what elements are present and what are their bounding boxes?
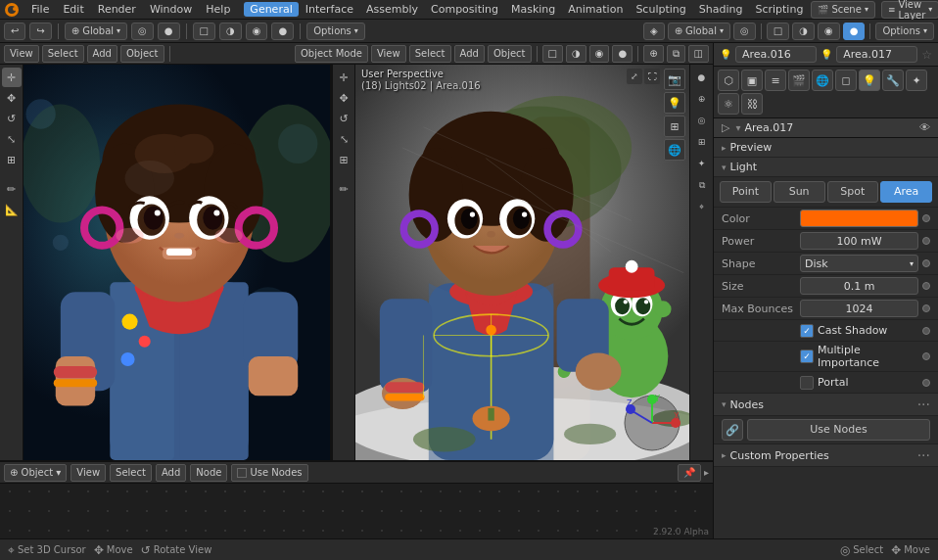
vp-icon-world[interactable]: 🌐 xyxy=(664,139,685,161)
proportional-btn[interactable]: ● xyxy=(158,23,180,40)
area-name-dropdown[interactable]: ▾ Area.017 xyxy=(735,121,914,134)
viewport-shading-render[interactable]: ● xyxy=(271,23,294,40)
redo-btn[interactable]: ↪ xyxy=(29,23,51,40)
menu-edit[interactable]: Edit xyxy=(57,2,89,17)
render-btn-r[interactable]: ● xyxy=(612,45,633,63)
tab-interface[interactable]: Interface xyxy=(300,2,359,17)
vp-icon-cam[interactable]: 📷 xyxy=(664,69,685,90)
ris-5[interactable]: ✦ xyxy=(692,154,712,173)
snap-btn[interactable]: ◎ xyxy=(131,23,154,40)
shading-render-r[interactable]: ● xyxy=(843,23,866,40)
tool-transform[interactable]: ⊞ xyxy=(2,150,22,169)
menu-render[interactable]: Render xyxy=(92,2,142,17)
mid-tool-3[interactable]: ↺ xyxy=(334,109,353,128)
prop-physics-icon[interactable]: ⚛ xyxy=(718,93,739,115)
use-nodes-btn[interactable]: Use Nodes xyxy=(747,419,930,441)
vp-resize-btn[interactable]: ⤢ xyxy=(627,69,642,84)
scene-selector[interactable]: 🎬 Scene ▾ xyxy=(811,1,875,19)
shape-dot[interactable] xyxy=(922,259,930,267)
prop-particles-icon[interactable]: ✦ xyxy=(906,70,927,91)
tool-rotate[interactable]: ↺ xyxy=(2,109,22,128)
power-dot[interactable] xyxy=(922,237,930,245)
view-btn-r[interactable]: View xyxy=(371,45,406,63)
tab-masking[interactable]: Masking xyxy=(505,2,561,17)
tool-move[interactable]: ✥ xyxy=(2,88,22,108)
pivot-btn[interactable]: ◈ xyxy=(643,23,665,40)
tab-animation[interactable]: Animation xyxy=(562,2,629,17)
menu-help[interactable]: Help xyxy=(200,2,236,17)
view-btn[interactable]: View xyxy=(4,45,39,63)
menu-window[interactable]: Window xyxy=(144,2,198,17)
max-bounces-field[interactable]: 1024 xyxy=(800,300,918,317)
shading-solid-r[interactable]: ◑ xyxy=(792,23,815,40)
shape-dropdown[interactable]: Disk ▾ xyxy=(800,255,918,272)
tab-sculpting[interactable]: Sculpting xyxy=(630,2,691,17)
ris-2[interactable]: ⊕ xyxy=(692,89,712,109)
add-btn-b[interactable]: Add xyxy=(156,464,186,482)
vp-icon-grid[interactable]: ⊞ xyxy=(664,116,685,137)
size-field[interactable]: 0.1 m xyxy=(800,277,918,295)
vp-fullscreen-btn[interactable]: ⛶ xyxy=(644,69,660,84)
cast-shadow-checkbox[interactable]: ✓ xyxy=(800,324,814,338)
add-btn[interactable]: Add xyxy=(87,45,117,63)
prop-output-icon[interactable]: ▣ xyxy=(741,70,763,91)
nodes-dots[interactable]: ··· xyxy=(917,397,930,412)
tab-assembly[interactable]: Assembly xyxy=(360,2,424,17)
portal-dot[interactable] xyxy=(922,379,930,387)
node-btn-b[interactable]: Node xyxy=(190,464,227,482)
viewport-vis-icon[interactable]: 👁 xyxy=(919,121,930,134)
object-btn[interactable]: Object xyxy=(120,45,164,63)
editor-type-btn[interactable]: ⊕ Object ▾ xyxy=(4,464,67,482)
viewport-left[interactable] xyxy=(23,65,332,460)
prop-scene-icon[interactable]: 🎬 xyxy=(788,70,810,91)
viewport-right[interactable]: User Perspective (18) Lights02 | Area.01… xyxy=(355,65,689,460)
mat-btn-r[interactable]: ◉ xyxy=(589,45,610,63)
prop-mesh-icon[interactable]: 💡 xyxy=(859,70,880,91)
mid-tool-2[interactable]: ✥ xyxy=(334,88,353,108)
portal-checkbox[interactable]: ✓ xyxy=(800,376,814,390)
tab-spot[interactable]: Spot xyxy=(827,181,879,203)
prop-modifier-icon[interactable]: 🔧 xyxy=(882,70,904,91)
object-mode-btn[interactable]: Object Mode xyxy=(295,45,368,63)
options-btn[interactable]: Options ▾ xyxy=(306,23,365,40)
add-btn-r[interactable]: Add xyxy=(454,45,485,63)
object-btn-r[interactable]: Object xyxy=(488,45,532,63)
multiple-importance-dot[interactable] xyxy=(922,352,930,360)
light-section-header[interactable]: ▾ Light xyxy=(714,158,938,177)
select-btn-r[interactable]: Select xyxy=(409,45,451,63)
max-bounces-dot[interactable] xyxy=(922,304,930,312)
color-swatch[interactable] xyxy=(800,210,918,227)
tab-sun[interactable]: Sun xyxy=(774,181,825,203)
tab-area[interactable]: Area xyxy=(880,181,932,203)
mid-tool-6[interactable]: ✏ xyxy=(334,179,353,199)
options-right[interactable]: Options ▾ xyxy=(875,23,934,40)
ris-3[interactable]: ◎ xyxy=(692,111,712,130)
select-btn[interactable]: Select xyxy=(42,45,84,63)
prop-viewlayer-icon[interactable]: ≡ xyxy=(765,70,786,91)
pin-icon[interactable]: ☆ xyxy=(921,48,932,62)
snap-right[interactable]: ◎ xyxy=(733,23,756,40)
undo-btn[interactable]: ↩ xyxy=(4,23,25,40)
viewport-shading-solid[interactable]: ◑ xyxy=(219,23,242,40)
select-btn-b[interactable]: Select xyxy=(110,464,152,482)
vp-icon-lamp[interactable]: 💡 xyxy=(664,92,685,114)
tab-point[interactable]: Point xyxy=(720,181,772,203)
mid-tool-4[interactable]: ⤡ xyxy=(334,129,353,149)
tab-compositing[interactable]: Compositing xyxy=(425,2,504,17)
ris-1[interactable]: ● xyxy=(692,68,712,87)
tool-scale[interactable]: ⤡ xyxy=(2,129,22,149)
transform-right[interactable]: ⊕ Global ▾ xyxy=(668,23,730,40)
power-field[interactable]: 100 mW xyxy=(800,232,918,250)
prop-render-icon[interactable]: ⬡ xyxy=(718,70,739,91)
nodes-section-header[interactable]: ▾ Nodes ··· xyxy=(714,394,938,416)
color-dot[interactable] xyxy=(922,214,930,222)
viewport-shading-material[interactable]: ◉ xyxy=(246,23,268,40)
prop-constraints-icon[interactable]: ⛓ xyxy=(741,93,763,115)
wire-btn-r[interactable]: □ xyxy=(542,45,563,63)
tool-annotate[interactable]: ✏ xyxy=(2,179,22,199)
nodes-icon-btn[interactable]: 🔗 xyxy=(722,419,743,441)
custom-props-section-header[interactable]: ▸ Custom Properties ··· xyxy=(714,444,938,467)
custom-props-dots[interactable]: ··· xyxy=(917,447,930,463)
view-btn-b[interactable]: View xyxy=(70,464,106,482)
viewport-shading-wire[interactable]: □ xyxy=(193,23,215,40)
